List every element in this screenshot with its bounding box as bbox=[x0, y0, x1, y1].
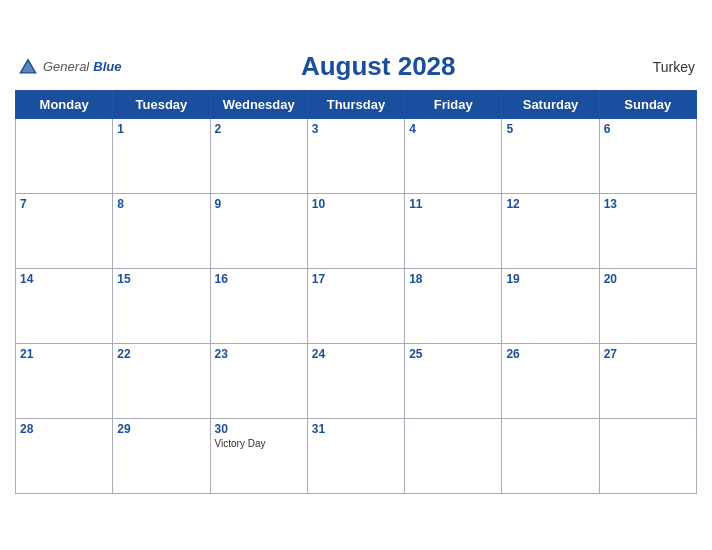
day-number-11: 11 bbox=[409, 197, 497, 211]
day-number-18: 18 bbox=[409, 272, 497, 286]
day-event-30: Victory Day bbox=[215, 438, 303, 449]
week-row-1: 123456 bbox=[16, 119, 697, 194]
day-number-19: 19 bbox=[506, 272, 594, 286]
day-number-4: 4 bbox=[409, 122, 497, 136]
day-number-15: 15 bbox=[117, 272, 205, 286]
calendar-cell-w5-d4: 31 bbox=[307, 419, 404, 494]
day-number-29: 29 bbox=[117, 422, 205, 436]
header-tuesday: Tuesday bbox=[113, 91, 210, 119]
day-number-16: 16 bbox=[215, 272, 303, 286]
day-number-22: 22 bbox=[117, 347, 205, 361]
week-row-5: 282930Victory Day31 bbox=[16, 419, 697, 494]
day-number-20: 20 bbox=[604, 272, 692, 286]
day-number-10: 10 bbox=[312, 197, 400, 211]
logo-general-text: General bbox=[43, 59, 89, 74]
calendar-wrapper: General Blue August 2028 Turkey Monday T… bbox=[0, 41, 712, 509]
calendar-cell-w1-d4: 3 bbox=[307, 119, 404, 194]
calendar-cell-w2-d1: 7 bbox=[16, 194, 113, 269]
calendar-body: 1234567891011121314151617181920212223242… bbox=[16, 119, 697, 494]
calendar-cell-w4-d6: 26 bbox=[502, 344, 599, 419]
day-number-3: 3 bbox=[312, 122, 400, 136]
week-row-3: 14151617181920 bbox=[16, 269, 697, 344]
calendar-cell-w1-d3: 2 bbox=[210, 119, 307, 194]
calendar-cell-w1-d6: 5 bbox=[502, 119, 599, 194]
calendar-cell-w3-d2: 15 bbox=[113, 269, 210, 344]
calendar-header: General Blue August 2028 Turkey bbox=[15, 51, 697, 82]
day-number-30: 30 bbox=[215, 422, 303, 436]
logo-blue-text: Blue bbox=[93, 59, 121, 74]
day-number-9: 9 bbox=[215, 197, 303, 211]
day-number-27: 27 bbox=[604, 347, 692, 361]
calendar-cell-w4-d2: 22 bbox=[113, 344, 210, 419]
day-number-6: 6 bbox=[604, 122, 692, 136]
calendar-cell-w5-d1: 28 bbox=[16, 419, 113, 494]
calendar-cell-w2-d3: 9 bbox=[210, 194, 307, 269]
calendar-cell-w4-d1: 21 bbox=[16, 344, 113, 419]
day-number-8: 8 bbox=[117, 197, 205, 211]
day-number-5: 5 bbox=[506, 122, 594, 136]
calendar-cell-w2-d2: 8 bbox=[113, 194, 210, 269]
calendar-cell-w3-d6: 19 bbox=[502, 269, 599, 344]
day-number-1: 1 bbox=[117, 122, 205, 136]
day-number-28: 28 bbox=[20, 422, 108, 436]
calendar-cell-w3-d1: 14 bbox=[16, 269, 113, 344]
calendar-cell-w4-d3: 23 bbox=[210, 344, 307, 419]
calendar-cell-w5-d7 bbox=[599, 419, 696, 494]
header-thursday: Thursday bbox=[307, 91, 404, 119]
calendar-cell-w4-d7: 27 bbox=[599, 344, 696, 419]
calendar-cell-w1-d2: 1 bbox=[113, 119, 210, 194]
calendar-table: Monday Tuesday Wednesday Thursday Friday… bbox=[15, 90, 697, 494]
calendar-cell-w1-d7: 6 bbox=[599, 119, 696, 194]
day-number-7: 7 bbox=[20, 197, 108, 211]
week-row-2: 78910111213 bbox=[16, 194, 697, 269]
day-number-12: 12 bbox=[506, 197, 594, 211]
header-friday: Friday bbox=[405, 91, 502, 119]
calendar-cell-w4-d4: 24 bbox=[307, 344, 404, 419]
calendar-cell-w5-d2: 29 bbox=[113, 419, 210, 494]
calendar-cell-w5-d5 bbox=[405, 419, 502, 494]
day-number-14: 14 bbox=[20, 272, 108, 286]
calendar-cell-w2-d5: 11 bbox=[405, 194, 502, 269]
week-row-4: 21222324252627 bbox=[16, 344, 697, 419]
calendar-cell-w2-d7: 13 bbox=[599, 194, 696, 269]
calendar-cell-w3-d4: 17 bbox=[307, 269, 404, 344]
calendar-cell-w2-d6: 12 bbox=[502, 194, 599, 269]
day-number-31: 31 bbox=[312, 422, 400, 436]
calendar-cell-w2-d4: 10 bbox=[307, 194, 404, 269]
day-number-23: 23 bbox=[215, 347, 303, 361]
day-number-26: 26 bbox=[506, 347, 594, 361]
generalblue-logo-icon bbox=[17, 56, 39, 78]
day-number-17: 17 bbox=[312, 272, 400, 286]
day-number-21: 21 bbox=[20, 347, 108, 361]
header-saturday: Saturday bbox=[502, 91, 599, 119]
calendar-cell-w1-d1 bbox=[16, 119, 113, 194]
calendar-cell-w5-d3: 30Victory Day bbox=[210, 419, 307, 494]
calendar-title: August 2028 bbox=[121, 51, 635, 82]
day-number-2: 2 bbox=[215, 122, 303, 136]
calendar-cell-w5-d6 bbox=[502, 419, 599, 494]
header-sunday: Sunday bbox=[599, 91, 696, 119]
day-number-25: 25 bbox=[409, 347, 497, 361]
country-label: Turkey bbox=[635, 59, 695, 75]
header-monday: Monday bbox=[16, 91, 113, 119]
day-number-24: 24 bbox=[312, 347, 400, 361]
calendar-cell-w4-d5: 25 bbox=[405, 344, 502, 419]
header-wednesday: Wednesday bbox=[210, 91, 307, 119]
logo-area: General Blue bbox=[17, 56, 121, 78]
weekday-header-row: Monday Tuesday Wednesday Thursday Friday… bbox=[16, 91, 697, 119]
calendar-cell-w1-d5: 4 bbox=[405, 119, 502, 194]
calendar-cell-w3-d5: 18 bbox=[405, 269, 502, 344]
day-number-13: 13 bbox=[604, 197, 692, 211]
calendar-cell-w3-d3: 16 bbox=[210, 269, 307, 344]
calendar-cell-w3-d7: 20 bbox=[599, 269, 696, 344]
